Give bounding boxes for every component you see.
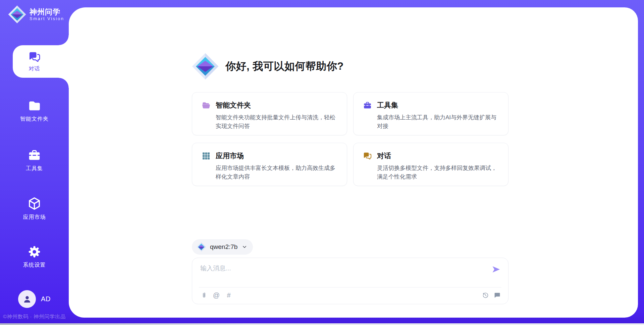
chat-bubbles-icon bbox=[28, 51, 41, 63]
model-name: qwen2:7b bbox=[210, 243, 237, 251]
cube-icon bbox=[27, 196, 42, 211]
user-initials: AD bbox=[41, 295, 51, 303]
tab-fillet-bottom bbox=[59, 78, 69, 88]
user-profile[interactable]: AD bbox=[0, 290, 69, 308]
composer-tools-left: @ # bbox=[200, 291, 232, 299]
model-selector[interactable]: qwen2:7b bbox=[192, 239, 253, 255]
greeting: 你好, 我可以如何帮助你? bbox=[192, 53, 344, 80]
paperclip-icon[interactable] bbox=[200, 291, 208, 299]
app-window: 神州问学 Smart Vision 对话 智能文件夹 工具集 应用市 bbox=[0, 0, 644, 325]
composer-divider bbox=[199, 287, 501, 287]
greeting-title: 你好, 我可以如何帮助你? bbox=[225, 59, 344, 73]
greeting-gem-icon bbox=[192, 53, 219, 80]
chat-bubbles-icon bbox=[363, 151, 372, 160]
chat-square-icon[interactable] bbox=[493, 291, 501, 299]
card-title: 智能文件夹 bbox=[216, 101, 251, 110]
sidebar-item-folders[interactable]: 智能文件夹 bbox=[0, 99, 69, 123]
message-composer: 输入消息... @ # bbox=[192, 258, 508, 304]
sidebar-item-label: 系统设置 bbox=[0, 262, 69, 269]
card-smart-folders[interactable]: 智能文件夹 智能文件夹功能支持批量文件上传与清洗，轻松实现文件问答 bbox=[192, 92, 347, 135]
card-description: 智能文件夹功能支持批量文件上传与清洗，轻松实现文件问答 bbox=[216, 113, 337, 130]
card-title: 对话 bbox=[377, 151, 391, 160]
card-title: 应用市场 bbox=[216, 151, 244, 160]
sidebar-item-label: 应用市场 bbox=[0, 214, 69, 221]
toolbox-icon bbox=[363, 101, 372, 110]
hash-icon[interactable]: # bbox=[225, 291, 232, 299]
tab-fillet-top bbox=[59, 35, 69, 45]
gear-icon bbox=[28, 245, 41, 259]
sidebar-item-label: 智能文件夹 bbox=[0, 116, 69, 123]
folder-icon bbox=[28, 99, 41, 113]
card-description: 灵活切换多模型文件，支持多样回复效果调试，满足个性化需求 bbox=[377, 164, 499, 181]
sidebar-item-label: 对话 bbox=[29, 65, 40, 72]
toolbox-icon bbox=[28, 148, 41, 162]
folder-open-icon bbox=[202, 101, 211, 110]
brand-subtitle: Smart Vision bbox=[30, 16, 64, 21]
card-app-market[interactable]: 应用市场 应用市场提供丰富长文本模板，助力高效生成多样化文章内容 bbox=[192, 143, 347, 186]
feature-cards: 智能文件夹 智能文件夹功能支持批量文件上传与清洗，轻松实现文件问答 工具集 集成… bbox=[192, 92, 508, 186]
card-title: 工具集 bbox=[377, 101, 398, 110]
sidebar: 神州问学 Smart Vision 对话 智能文件夹 工具集 应用市 bbox=[0, 0, 69, 325]
chevron-down-icon bbox=[241, 244, 248, 250]
sidebar-item-label: 工具集 bbox=[0, 165, 69, 172]
history-icon[interactable] bbox=[482, 291, 489, 299]
message-input[interactable]: 输入消息... bbox=[200, 264, 485, 284]
sidebar-item-chat[interactable]: 对话 bbox=[0, 45, 69, 78]
card-toolset[interactable]: 工具集 集成市场上主流工具，助力AI与外界无缝扩展与对接 bbox=[353, 92, 508, 135]
card-description: 应用市场提供丰富长文本模板，助力高效生成多样化文章内容 bbox=[216, 164, 337, 181]
brand-gem-icon bbox=[197, 242, 206, 252]
window-bottom-edge bbox=[0, 323, 644, 325]
card-chat[interactable]: 对话 灵活切换多模型文件，支持多样回复效果调试，满足个性化需求 bbox=[353, 143, 508, 186]
card-description: 集成市场上主流工具，助力AI与外界无缝扩展与对接 bbox=[377, 113, 499, 130]
send-icon[interactable] bbox=[491, 265, 501, 274]
grid-icon bbox=[202, 151, 211, 160]
sidebar-item-settings[interactable]: 系统设置 bbox=[0, 245, 69, 269]
composer-tools-right bbox=[482, 291, 501, 299]
at-icon[interactable]: @ bbox=[213, 291, 220, 299]
sidebar-item-apps[interactable]: 应用市场 bbox=[0, 196, 69, 221]
copyright-footer: ©神州数码 · 神州问学出品 bbox=[0, 313, 69, 320]
avatar bbox=[18, 290, 36, 308]
person-icon bbox=[22, 294, 32, 304]
sidebar-item-tools[interactable]: 工具集 bbox=[0, 148, 69, 172]
brand-title: 神州问学 bbox=[30, 8, 64, 16]
brand-gem-icon bbox=[8, 5, 26, 23]
brand: 神州问学 Smart Vision bbox=[8, 5, 64, 23]
